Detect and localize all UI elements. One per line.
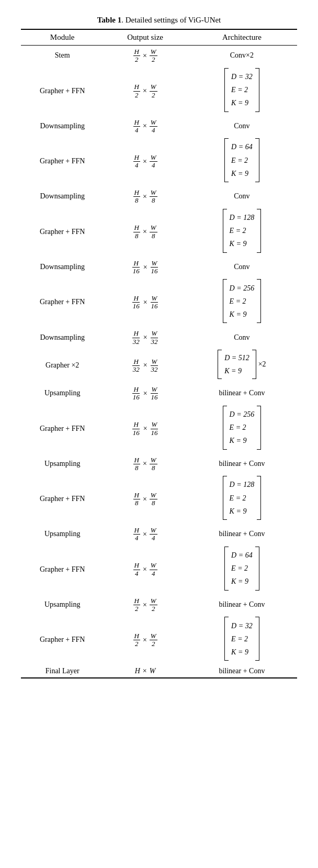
cell-output: H8 × W8	[104, 207, 186, 257]
table-row: UpsamplingH16 × W16bilinear + Conv	[21, 383, 297, 404]
col-header-output: Output size	[104, 29, 186, 46]
cell-arch: bilinear + Conv	[187, 383, 297, 404]
cell-output: H4 × W4	[104, 544, 186, 595]
table-header: Module Output size Architecture	[21, 29, 297, 46]
page-container: Table 1. Detailed settings of ViG-UNet M…	[10, 10, 308, 684]
cell-module: Upsampling	[21, 595, 104, 615]
table-row: Grapher + FFNH2 × W2 D = 32E = 2K = 9	[21, 615, 297, 665]
cell-module: Upsampling	[21, 454, 104, 474]
cell-arch: bilinear + Conv	[187, 665, 297, 678]
cell-output: H16 × W16	[104, 257, 186, 277]
cell-module: Downsampling	[21, 186, 104, 207]
cell-arch: D = 256E = 2K = 9	[187, 404, 297, 454]
table-row: Grapher + FFNH8 × W8 D = 128E = 2K = 9	[21, 474, 297, 524]
cell-module: Downsampling	[21, 257, 104, 277]
table-row: DownsamplingH8 × W8Conv	[21, 186, 297, 207]
table-row: UpsamplingH4 × W4bilinear + Conv	[21, 524, 297, 544]
table-row: Grapher + FFNH4 × W4 D = 64E = 2K = 9	[21, 136, 297, 186]
cell-module: Grapher + FFN	[21, 615, 104, 665]
cell-arch: D = 128E = 2K = 9	[187, 474, 297, 524]
cell-arch: Conv	[187, 186, 297, 207]
cell-module: Downsampling	[21, 327, 104, 348]
table-row: StemH2 × W2Conv×2	[21, 46, 297, 66]
cell-arch: bilinear + Conv	[187, 524, 297, 544]
cell-output: H2 × W2	[104, 615, 186, 665]
table-row: Grapher + FFNH16 × W16 D = 256E = 2K = 9	[21, 404, 297, 454]
main-table: Module Output size Architecture StemH2 ×…	[21, 29, 297, 678]
cell-module: Grapher + FFN	[21, 136, 104, 186]
table-title-bold: Table 1	[97, 16, 122, 24]
col-header-arch: Architecture	[187, 29, 297, 46]
cell-module: Grapher + FFN	[21, 66, 104, 116]
cell-output: H8 × W8	[104, 474, 186, 524]
cell-module: Grapher ×2	[21, 348, 104, 383]
cell-module: Grapher + FFN	[21, 474, 104, 524]
table-row: Grapher ×2H32 × W32 D = 512K = 9 ×2	[21, 348, 297, 383]
cell-arch: Conv	[187, 257, 297, 277]
table-title-text: . Detailed settings of ViG-UNet	[121, 16, 221, 24]
table-row: Grapher + FFNH2 × W2 D = 32E = 2K = 9	[21, 66, 297, 116]
cell-arch: D = 64E = 2K = 9	[187, 136, 297, 186]
cell-output: H2 × W2	[104, 66, 186, 116]
cell-module: Grapher + FFN	[21, 544, 104, 595]
cell-arch: D = 128E = 2K = 9	[187, 207, 297, 257]
col-header-module: Module	[21, 29, 104, 46]
table-row: UpsamplingH8 × W8bilinear + Conv	[21, 454, 297, 474]
cell-arch: bilinear + Conv	[187, 454, 297, 474]
cell-output: H8 × W8	[104, 186, 186, 207]
cell-output: H4 × W4	[104, 116, 186, 137]
cell-module: Grapher + FFN	[21, 207, 104, 257]
cell-output: H32 × W32	[104, 348, 186, 383]
cell-output: H4 × W4	[104, 524, 186, 544]
cell-module: Final Layer	[21, 665, 104, 678]
table-title: Table 1. Detailed settings of ViG-UNet	[21, 16, 297, 25]
cell-output: H2 × W2	[104, 46, 186, 66]
cell-output: H4 × W4	[104, 136, 186, 186]
table-row: Grapher + FFNH16 × W16 D = 256E = 2K = 9	[21, 277, 297, 327]
cell-module: Grapher + FFN	[21, 404, 104, 454]
cell-arch: D = 64E = 2K = 9	[187, 544, 297, 595]
cell-output: H × W	[104, 665, 186, 678]
cell-module: Upsampling	[21, 524, 104, 544]
table-row: DownsamplingH16 × W16Conv	[21, 257, 297, 277]
table-body: StemH2 × W2Conv×2Grapher + FFNH2 × W2 D …	[21, 46, 297, 678]
cell-arch: D = 256E = 2K = 9	[187, 277, 297, 327]
table-row: Grapher + FFNH4 × W4 D = 64E = 2K = 9	[21, 544, 297, 595]
cell-module: Downsampling	[21, 116, 104, 137]
cell-output: H8 × W8	[104, 454, 186, 474]
cell-module: Grapher + FFN	[21, 277, 104, 327]
cell-output: H2 × W2	[104, 595, 186, 615]
cell-output: H16 × W16	[104, 383, 186, 404]
cell-output: H16 × W16	[104, 277, 186, 327]
table-row: UpsamplingH2 × W2bilinear + Conv	[21, 595, 297, 615]
cell-output: H32 × W32	[104, 327, 186, 348]
cell-module: Stem	[21, 46, 104, 66]
cell-arch: D = 512K = 9 ×2	[187, 348, 297, 383]
table-row: DownsamplingH32 × W32Conv	[21, 327, 297, 348]
cell-arch: Conv	[187, 327, 297, 348]
table-row: DownsamplingH4 × W4Conv	[21, 116, 297, 137]
table-row: Grapher + FFNH8 × W8 D = 128E = 2K = 9	[21, 207, 297, 257]
cell-arch: Conv	[187, 116, 297, 137]
cell-arch: D = 32E = 2K = 9	[187, 66, 297, 116]
cell-module: Upsampling	[21, 383, 104, 404]
cell-arch: Conv×2	[187, 46, 297, 66]
cell-arch: bilinear + Conv	[187, 595, 297, 615]
cell-arch: D = 32E = 2K = 9	[187, 615, 297, 665]
table-row: Final LayerH × Wbilinear + Conv	[21, 665, 297, 678]
cell-output: H16 × W16	[104, 404, 186, 454]
